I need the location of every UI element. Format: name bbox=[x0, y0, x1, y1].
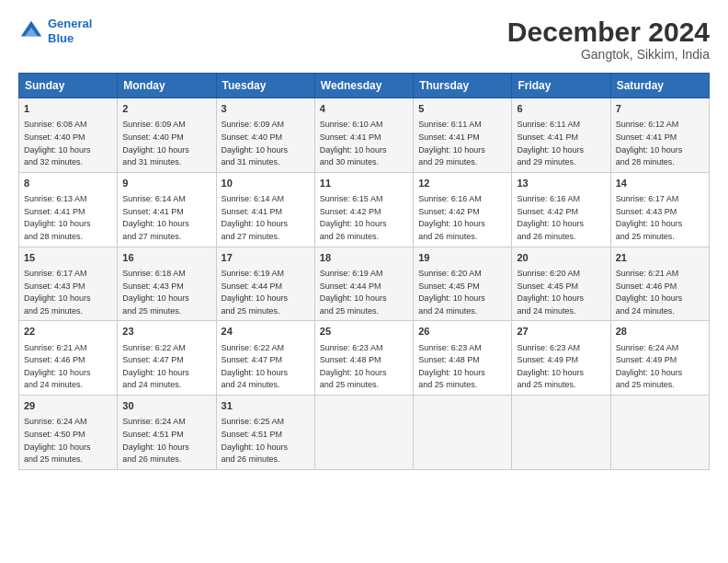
day-number: 1 bbox=[24, 102, 112, 116]
header-tuesday: Tuesday bbox=[216, 74, 314, 98]
day-info: Sunrise: 6:09 AM Sunset: 4:40 PM Dayligh… bbox=[222, 120, 289, 167]
day-number: 6 bbox=[517, 102, 605, 116]
location: Gangtok, Sikkim, India bbox=[507, 47, 710, 62]
calendar-cell: 9Sunrise: 6:14 AM Sunset: 4:41 PM Daylig… bbox=[118, 172, 216, 247]
day-info: Sunrise: 6:23 AM Sunset: 4:48 PM Dayligh… bbox=[418, 343, 485, 390]
day-info: Sunrise: 6:15 AM Sunset: 4:42 PM Dayligh… bbox=[320, 194, 387, 241]
day-info: Sunrise: 6:08 AM Sunset: 4:40 PM Dayligh… bbox=[24, 120, 91, 167]
calendar-cell: 23Sunrise: 6:22 AM Sunset: 4:47 PM Dayli… bbox=[118, 321, 216, 396]
day-info: Sunrise: 6:17 AM Sunset: 4:43 PM Dayligh… bbox=[616, 194, 683, 241]
day-info: Sunrise: 6:16 AM Sunset: 4:42 PM Dayligh… bbox=[418, 194, 485, 241]
day-number: 4 bbox=[320, 102, 408, 116]
day-number: 22 bbox=[24, 325, 112, 339]
day-number: 17 bbox=[222, 251, 310, 265]
calendar-cell: 13Sunrise: 6:16 AM Sunset: 4:42 PM Dayli… bbox=[512, 172, 610, 247]
calendar-cell: 11Sunrise: 6:15 AM Sunset: 4:42 PM Dayli… bbox=[314, 172, 413, 247]
calendar-cell: 28Sunrise: 6:24 AM Sunset: 4:49 PM Dayli… bbox=[610, 321, 709, 396]
calendar-cell: 19Sunrise: 6:20 AM Sunset: 4:45 PM Dayli… bbox=[414, 247, 512, 321]
day-number: 10 bbox=[222, 177, 310, 190]
header-saturday: Saturday bbox=[610, 74, 709, 98]
calendar-cell bbox=[610, 396, 709, 470]
day-info: Sunrise: 6:11 AM Sunset: 4:41 PM Dayligh… bbox=[517, 120, 584, 167]
day-info: Sunrise: 6:18 AM Sunset: 4:43 PM Dayligh… bbox=[122, 269, 189, 316]
calendar-cell: 14Sunrise: 6:17 AM Sunset: 4:43 PM Dayli… bbox=[610, 172, 709, 247]
day-number: 26 bbox=[418, 325, 506, 339]
day-info: Sunrise: 6:13 AM Sunset: 4:41 PM Dayligh… bbox=[24, 194, 91, 241]
week-row-1: 1Sunrise: 6:08 AM Sunset: 4:40 PM Daylig… bbox=[19, 98, 710, 173]
calendar-cell: 3Sunrise: 6:09 AM Sunset: 4:40 PM Daylig… bbox=[216, 98, 314, 173]
day-number: 8 bbox=[24, 177, 112, 190]
day-number: 12 bbox=[418, 177, 506, 190]
logo-text: General Blue bbox=[48, 17, 92, 45]
calendar-cell: 18Sunrise: 6:19 AM Sunset: 4:44 PM Dayli… bbox=[314, 247, 413, 321]
calendar-cell: 4Sunrise: 6:10 AM Sunset: 4:41 PM Daylig… bbox=[314, 98, 413, 173]
day-number: 2 bbox=[122, 102, 210, 116]
day-info: Sunrise: 6:22 AM Sunset: 4:47 PM Dayligh… bbox=[222, 343, 289, 390]
day-info: Sunrise: 6:23 AM Sunset: 4:48 PM Dayligh… bbox=[320, 343, 387, 390]
day-number: 3 bbox=[222, 102, 310, 116]
day-info: Sunrise: 6:25 AM Sunset: 4:51 PM Dayligh… bbox=[222, 417, 289, 464]
calendar-cell: 12Sunrise: 6:16 AM Sunset: 4:42 PM Dayli… bbox=[414, 172, 512, 247]
day-number: 30 bbox=[122, 399, 210, 413]
day-info: Sunrise: 6:19 AM Sunset: 4:44 PM Dayligh… bbox=[320, 269, 387, 316]
calendar-cell: 22Sunrise: 6:21 AM Sunset: 4:46 PM Dayli… bbox=[19, 321, 118, 396]
calendar-cell bbox=[414, 396, 512, 470]
day-number: 31 bbox=[222, 399, 310, 413]
day-info: Sunrise: 6:20 AM Sunset: 4:45 PM Dayligh… bbox=[517, 269, 584, 316]
day-number: 23 bbox=[122, 325, 210, 339]
calendar-cell: 25Sunrise: 6:23 AM Sunset: 4:48 PM Dayli… bbox=[314, 321, 413, 396]
calendar-cell: 30Sunrise: 6:24 AM Sunset: 4:51 PM Dayli… bbox=[118, 396, 216, 470]
week-row-3: 15Sunrise: 6:17 AM Sunset: 4:43 PM Dayli… bbox=[19, 247, 710, 321]
calendar-cell: 5Sunrise: 6:11 AM Sunset: 4:41 PM Daylig… bbox=[414, 98, 512, 173]
logo-icon bbox=[18, 18, 44, 44]
day-number: 21 bbox=[616, 251, 704, 265]
calendar-cell bbox=[512, 396, 610, 470]
calendar-cell: 31Sunrise: 6:25 AM Sunset: 4:51 PM Dayli… bbox=[216, 396, 314, 470]
logo: General Blue bbox=[18, 17, 92, 45]
day-info: Sunrise: 6:24 AM Sunset: 4:50 PM Dayligh… bbox=[24, 417, 91, 464]
calendar-cell: 2Sunrise: 6:09 AM Sunset: 4:40 PM Daylig… bbox=[118, 98, 216, 173]
day-number: 16 bbox=[122, 251, 210, 265]
week-row-2: 8Sunrise: 6:13 AM Sunset: 4:41 PM Daylig… bbox=[19, 172, 710, 247]
title-block: December 2024 Gangtok, Sikkim, India bbox=[507, 17, 710, 62]
day-number: 28 bbox=[616, 325, 704, 339]
day-info: Sunrise: 6:14 AM Sunset: 4:41 PM Dayligh… bbox=[122, 194, 189, 241]
calendar-cell: 6Sunrise: 6:11 AM Sunset: 4:41 PM Daylig… bbox=[512, 98, 610, 173]
day-number: 18 bbox=[320, 251, 408, 265]
day-number: 5 bbox=[418, 102, 506, 116]
header-thursday: Thursday bbox=[414, 74, 512, 98]
day-info: Sunrise: 6:24 AM Sunset: 4:51 PM Dayligh… bbox=[122, 417, 189, 464]
day-number: 15 bbox=[24, 251, 112, 265]
header-friday: Friday bbox=[512, 74, 610, 98]
day-number: 13 bbox=[517, 177, 605, 190]
day-number: 9 bbox=[122, 177, 210, 190]
calendar-cell bbox=[314, 396, 413, 470]
calendar-cell: 20Sunrise: 6:20 AM Sunset: 4:45 PM Dayli… bbox=[512, 247, 610, 321]
header-wednesday: Wednesday bbox=[314, 74, 413, 98]
calendar-cell: 29Sunrise: 6:24 AM Sunset: 4:50 PM Dayli… bbox=[19, 396, 118, 470]
day-info: Sunrise: 6:10 AM Sunset: 4:41 PM Dayligh… bbox=[320, 120, 387, 167]
day-info: Sunrise: 6:23 AM Sunset: 4:49 PM Dayligh… bbox=[517, 343, 584, 390]
calendar-cell: 15Sunrise: 6:17 AM Sunset: 4:43 PM Dayli… bbox=[19, 247, 118, 321]
day-number: 14 bbox=[616, 177, 704, 190]
day-info: Sunrise: 6:12 AM Sunset: 4:41 PM Dayligh… bbox=[616, 120, 683, 167]
day-number: 19 bbox=[418, 251, 506, 265]
day-info: Sunrise: 6:14 AM Sunset: 4:41 PM Dayligh… bbox=[222, 194, 289, 241]
day-number: 7 bbox=[616, 102, 704, 116]
calendar-cell: 10Sunrise: 6:14 AM Sunset: 4:41 PM Dayli… bbox=[216, 172, 314, 247]
day-number: 24 bbox=[222, 325, 310, 339]
day-number: 20 bbox=[517, 251, 605, 265]
calendar-cell: 16Sunrise: 6:18 AM Sunset: 4:43 PM Dayli… bbox=[118, 247, 216, 321]
week-row-4: 22Sunrise: 6:21 AM Sunset: 4:46 PM Dayli… bbox=[19, 321, 710, 396]
calendar-cell: 8Sunrise: 6:13 AM Sunset: 4:41 PM Daylig… bbox=[19, 172, 118, 247]
day-number: 29 bbox=[24, 399, 112, 413]
day-number: 25 bbox=[320, 325, 408, 339]
day-info: Sunrise: 6:19 AM Sunset: 4:44 PM Dayligh… bbox=[222, 269, 289, 316]
calendar-cell: 26Sunrise: 6:23 AM Sunset: 4:48 PM Dayli… bbox=[414, 321, 512, 396]
header-monday: Monday bbox=[118, 74, 216, 98]
header-row: SundayMondayTuesdayWednesdayThursdayFrid… bbox=[19, 74, 710, 98]
calendar-cell: 17Sunrise: 6:19 AM Sunset: 4:44 PM Dayli… bbox=[216, 247, 314, 321]
calendar-cell: 1Sunrise: 6:08 AM Sunset: 4:40 PM Daylig… bbox=[19, 98, 118, 173]
month-title: December 2024 bbox=[507, 17, 710, 47]
page: General Blue December 2024 Gangtok, Sikk… bbox=[0, 0, 728, 479]
